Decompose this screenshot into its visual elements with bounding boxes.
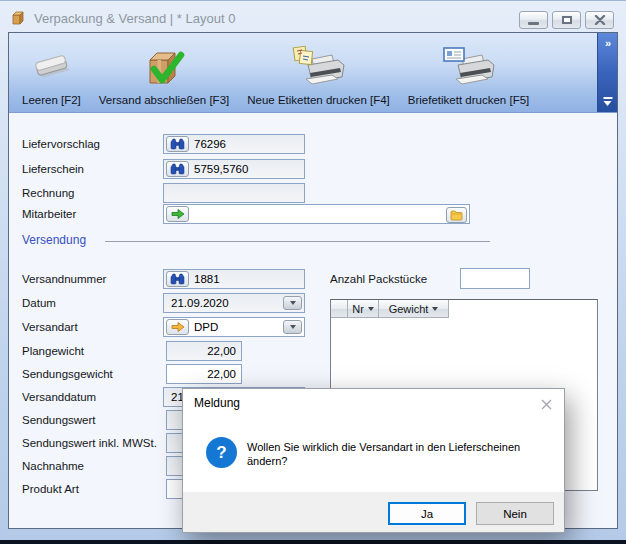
plangewicht-label: Plangewicht [22, 341, 84, 361]
rechnung-label: Rechnung [22, 183, 74, 203]
toolbar-overflow-icon[interactable]: » [598, 37, 617, 49]
package-check-icon [140, 42, 188, 94]
nachnahme-label: Nachnahme [22, 456, 84, 476]
versandart-label: Versandart [22, 317, 78, 337]
close-icon [540, 398, 553, 411]
dialog-message-line: ändern? [247, 454, 520, 468]
maximize-button[interactable] [552, 11, 581, 29]
package-icon [10, 10, 27, 26]
search-icon[interactable] [166, 271, 189, 287]
column-label: Gewicht [389, 303, 429, 315]
lieferschein-field[interactable]: 5759,5760 [163, 159, 305, 179]
toolbar-button-leeren[interactable]: Leeren [F2] [13, 35, 90, 112]
dialog-message: Wollen Sie wirklich die Versandart in de… [247, 440, 520, 468]
close-button[interactable] [585, 11, 614, 29]
anzahl-packstuecke-input[interactable] [460, 268, 530, 289]
toolbar-overflow-strip[interactable]: » [597, 33, 617, 112]
plangewicht-field[interactable]: 22,00 [166, 341, 242, 361]
versandart-value: DPD [189, 321, 218, 333]
minimize-button[interactable] [519, 11, 548, 29]
section-divider [105, 241, 490, 242]
sendungswert-mwst-label: Sendungswert inkl. MWSt. [22, 433, 157, 453]
sort-arrow-icon [432, 307, 438, 311]
versanddatum-label: Versanddatum [22, 387, 96, 407]
eraser-icon [28, 42, 74, 94]
toolbar-button-versand-abschliessen[interactable]: Versand abschließen [F3] [90, 35, 238, 112]
app-window: Verpackung & Versand | * Layout 0 [0, 0, 626, 544]
titlebar: Verpackung & Versand | * Layout 0 [10, 7, 235, 29]
window-title: Verpackung & Versand | * Layout 0 [34, 11, 235, 26]
sort-arrow-icon [368, 307, 374, 311]
table-header-nr[interactable]: Nr [348, 300, 379, 318]
toolbar-options-icon[interactable] [603, 97, 612, 106]
datum-field[interactable]: 21.09.2020 [163, 293, 305, 313]
toolbar-button-briefetikett-drucken[interactable]: Briefetikett drucken [F5] [399, 35, 538, 112]
sendungsgewicht-field[interactable]: 22,00 [166, 364, 242, 384]
toolbar-label: Versand abschließen [F3] [99, 94, 229, 106]
close-icon [594, 15, 606, 25]
produkt-art-label: Produkt Art [22, 479, 79, 499]
goto-arrow-icon[interactable] [166, 206, 189, 222]
mitarbeiter-field[interactable] [163, 204, 470, 224]
minimize-icon [528, 22, 539, 25]
section-title-versendung: Versendung [22, 233, 86, 247]
sendungsgewicht-label: Sendungsgewicht [22, 364, 113, 384]
liefervorschlag-field[interactable]: 76296 [163, 134, 305, 154]
mitarbeiter-label: Mitarbeiter [22, 204, 76, 224]
printer-labels-icon [292, 42, 346, 94]
dialog-close-button[interactable] [538, 396, 554, 412]
toolbar-label: Briefetikett drucken [F5] [408, 94, 529, 106]
search-icon[interactable] [166, 161, 189, 177]
toolbar-button-neue-etiketten-drucken[interactable]: Neue Etiketten drucken [F4] [238, 35, 399, 112]
dialog-title: Meldung [194, 396, 240, 410]
versandart-field[interactable]: DPD [163, 317, 305, 337]
window-bottom-edge [0, 540, 626, 544]
goto-arrow-orange-icon[interactable] [166, 319, 189, 335]
printer-letter-icon [442, 42, 496, 94]
datum-label: Datum [22, 293, 56, 313]
toolbar-label: Leeren [F2] [22, 94, 81, 106]
no-button[interactable]: Nein [476, 502, 554, 525]
table-header: Nr Gewicht [331, 300, 597, 318]
table-header-gewicht[interactable]: Gewicht [379, 300, 449, 318]
datum-value: 21.09.2020 [166, 297, 229, 309]
question-icon: ? [206, 437, 237, 468]
lieferschein-value: 5759,5760 [189, 163, 248, 175]
plangewicht-value: 22,00 [207, 345, 236, 357]
dialog-message-line: Wollen Sie wirklich die Versandart in de… [247, 440, 520, 454]
rechnung-field[interactable] [163, 183, 305, 203]
liefervorschlag-label: Liefervorschlag [22, 134, 100, 154]
anzahl-packstuecke-label: Anzahl Packstücke [330, 269, 427, 289]
versandnummer-value: 1881 [189, 273, 220, 285]
sendungswert-label: Sendungswert [22, 410, 96, 430]
meldung-dialog: Meldung ? Wollen Sie wirklich die Versan… [182, 388, 565, 533]
versandnummer-label: Versandnummer [22, 269, 106, 289]
column-label: Nr [352, 303, 364, 315]
yes-button[interactable]: Ja [388, 502, 466, 525]
lieferschein-label: Lieferschein [22, 159, 84, 179]
liefervorschlag-value: 76296 [189, 138, 226, 150]
maximize-icon [562, 16, 572, 24]
folder-icon[interactable] [446, 207, 467, 223]
chevron-down-icon[interactable] [283, 296, 302, 310]
versandnummer-field[interactable]: 1881 [163, 269, 305, 289]
chevron-down-icon[interactable] [283, 320, 302, 334]
toolbar-label: Neue Etiketten drucken [F4] [247, 94, 390, 106]
window-controls [519, 11, 614, 29]
table-corner-cell[interactable] [331, 300, 348, 318]
search-icon[interactable] [166, 136, 189, 152]
sendungsgewicht-value: 22,00 [207, 368, 236, 380]
toolbar: Leeren [F2] Versand abschließen [F3] [9, 33, 617, 113]
